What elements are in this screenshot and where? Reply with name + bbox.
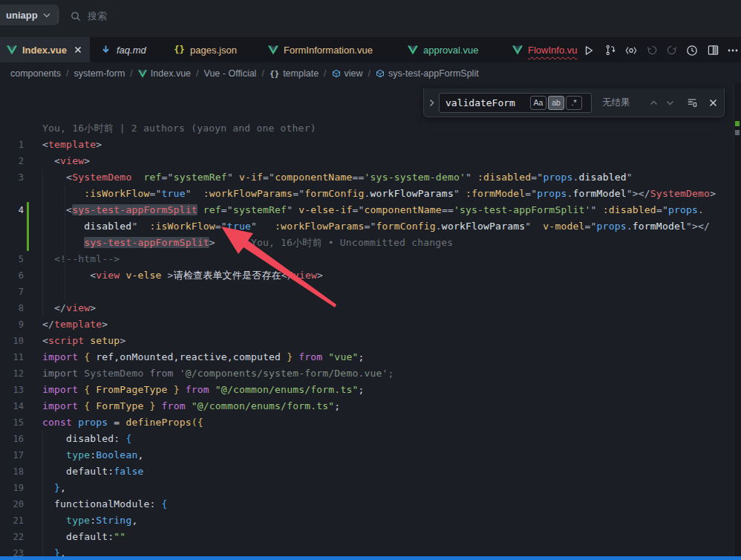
- code-row[interactable]: 11import { ref,onMounted,reactive,comput…: [0, 349, 734, 365]
- breadcrumb-item-view[interactable]: view: [332, 68, 363, 79]
- code-area[interactable]: You, 16小时前 | 2 authors (yaoyn and one ot…: [0, 83, 741, 557]
- code-row[interactable]: 14import { FormType } from "@/common/enu…: [0, 398, 734, 414]
- code-row[interactable]: 2 <view>: [0, 153, 734, 169]
- code-row[interactable]: 4 <sys-test-appFormSplit ref="systemRef"…: [0, 202, 734, 218]
- code-row[interactable]: 15const props = defineProps({: [0, 414, 734, 431]
- breadcrumb-item-template[interactable]: {} template: [270, 68, 319, 79]
- code-token: false: [114, 466, 143, 477]
- profile-icon[interactable]: [685, 43, 699, 57]
- code-text: type:String,: [42, 512, 137, 529]
- code-token: componentName: [275, 172, 352, 183]
- code-row[interactable]: 13import { FromPageType } from "@/common…: [0, 382, 734, 398]
- find-input-box: Aa ab .*: [439, 93, 592, 113]
- code-token: =": [585, 221, 597, 232]
- tab-forminformation-vue[interactable]: FormInformation.vue: [261, 37, 383, 62]
- code-token: :isWorkFlow: [84, 188, 149, 199]
- code-token: 请检查表单文件是否存在: [174, 270, 281, 281]
- code-text: sys-test-appFormSplit> You, 16小时前 • Unco…: [42, 235, 453, 251]
- code-row[interactable]: disabled" :isWorkFlow="true" :workFlowPa…: [0, 218, 734, 235]
- code-token: =": [656, 204, 668, 215]
- code-row[interactable]: sys-test-appFormSplit> You, 16小时前 • Unco…: [0, 235, 734, 251]
- code-token: .: [698, 204, 704, 215]
- code-token: =": [364, 221, 376, 232]
- find-input[interactable]: [440, 97, 530, 108]
- code-token: v-if: [239, 172, 263, 183]
- code-row[interactable]: 19 },: [0, 480, 734, 496]
- code-token: >: [90, 302, 96, 313]
- occurrence-highlight: sys-test-appFormSplit: [72, 204, 198, 215]
- code-token: const: [42, 417, 72, 428]
- breadcrumb-separator: /: [196, 68, 198, 79]
- code-row[interactable]: :isWorkFlow="true" :workFlowParams="form…: [0, 186, 734, 202]
- code-token: type: [66, 515, 90, 526]
- code-text: default:false: [42, 463, 143, 480]
- code-token: from: [150, 368, 174, 379]
- code-row[interactable]: 6 <view v-else >请检查表单文件是否存在</view>: [0, 267, 734, 284]
- tab-pages-json[interactable]: {} pages.json: [168, 37, 245, 62]
- regex-button[interactable]: .*: [566, 96, 582, 110]
- code-row[interactable]: 5 <!--html-->: [0, 251, 734, 267]
- code-token: <: [42, 172, 72, 183]
- navigate-back-icon[interactable]: [644, 43, 659, 57]
- more-actions-button[interactable]: [725, 43, 740, 57]
- previous-match-button[interactable]: [645, 94, 662, 111]
- overview-ruler[interactable]: [734, 83, 741, 557]
- tab-flowinfo-vue[interactable]: FlowInfo.vu: [506, 37, 578, 62]
- code-row[interactable]: 16 disabled: {: [0, 431, 734, 447]
- chevron-down-icon: [43, 13, 50, 18]
- tab-approval-vue[interactable]: approval.vue: [401, 37, 489, 62]
- code-token: formModel: [633, 221, 686, 232]
- code-token: =": [263, 172, 275, 183]
- code-row[interactable]: 8 </view>: [0, 300, 734, 316]
- code-row[interactable]: 7: [0, 284, 734, 300]
- search-placeholder-text: 搜索: [88, 10, 107, 23]
- breadcrumb-item-components[interactable]: components: [10, 68, 61, 79]
- code-token: [78, 400, 84, 411]
- compare-changes-icon[interactable]: [603, 43, 618, 57]
- code-token: "></: [686, 221, 710, 232]
- code-token: ref,onMounted,reactive,computed: [90, 351, 287, 362]
- code-row[interactable]: 9</template>: [0, 316, 734, 333]
- breadcrumb-item-vue-official[interactable]: Vue - Official: [204, 68, 257, 79]
- tab-faq-md[interactable]: faq.md: [94, 37, 155, 62]
- breadcrumb-item-index-vue[interactable]: Index.vue: [138, 68, 191, 79]
- open-changes-icon[interactable]: [624, 43, 639, 57]
- breadcrumb-item-sys-test-appformsplit[interactable]: sys-test-appFormSplit: [376, 68, 479, 79]
- whole-word-button[interactable]: ab: [548, 96, 564, 110]
- toggle-replace-button[interactable]: [424, 88, 439, 117]
- tab-index-vue[interactable]: Index.vue: [0, 37, 90, 62]
- tab-label: faq.md: [117, 45, 146, 56]
- code-row[interactable]: 21 type:String,: [0, 512, 734, 529]
- match-case-button[interactable]: Aa: [530, 96, 546, 110]
- find-in-selection-button[interactable]: [684, 94, 700, 111]
- project-menu-button[interactable]: uniapp: [0, 4, 59, 25]
- code-token: :disabled: [477, 172, 531, 183]
- close-icon[interactable]: [72, 44, 84, 56]
- code-token: v-else: [125, 270, 161, 281]
- code-text: <!--html-->: [42, 251, 120, 267]
- code-row[interactable]: 18 default:false: [0, 463, 734, 480]
- code-text: <view v-else >请检查表单文件是否存在</view>: [42, 267, 323, 284]
- code-token: from: [162, 400, 186, 411]
- navigate-forward-icon[interactable]: [664, 43, 679, 57]
- code-token: ": [466, 172, 477, 183]
- line-number: 1: [0, 137, 24, 153]
- code-token: systemRef: [233, 204, 287, 215]
- tab-label: FormInformation.vue: [284, 45, 373, 56]
- code-row[interactable]: You, 16小时前 | 2 authors (yaoyn and one ot…: [0, 120, 734, 137]
- split-editor-button[interactable]: [705, 43, 720, 57]
- code-token: ,: [131, 515, 137, 526]
- code-row[interactable]: 1<template>: [0, 137, 734, 153]
- next-match-button[interactable]: [662, 94, 678, 111]
- breadcrumb-item-system-form[interactable]: system-form: [74, 68, 125, 79]
- code-row[interactable]: 10<script setup>: [0, 333, 734, 349]
- code-row[interactable]: 3 <SystemDemo ref="systemRef" v-if="comp…: [0, 169, 734, 186]
- global-search-button[interactable]: 搜索: [71, 10, 107, 23]
- run-button[interactable]: [581, 43, 596, 57]
- code-row[interactable]: 12import SystemDemo from '@/components/s…: [0, 365, 734, 382]
- code-row[interactable]: 17 type:Boolean,: [0, 447, 734, 463]
- code-row[interactable]: 20 functionalModule: {: [0, 496, 734, 512]
- code-row[interactable]: 22 default:"": [0, 529, 734, 545]
- tab-label: pages.json: [190, 45, 237, 56]
- close-find-widget-button[interactable]: [705, 94, 721, 111]
